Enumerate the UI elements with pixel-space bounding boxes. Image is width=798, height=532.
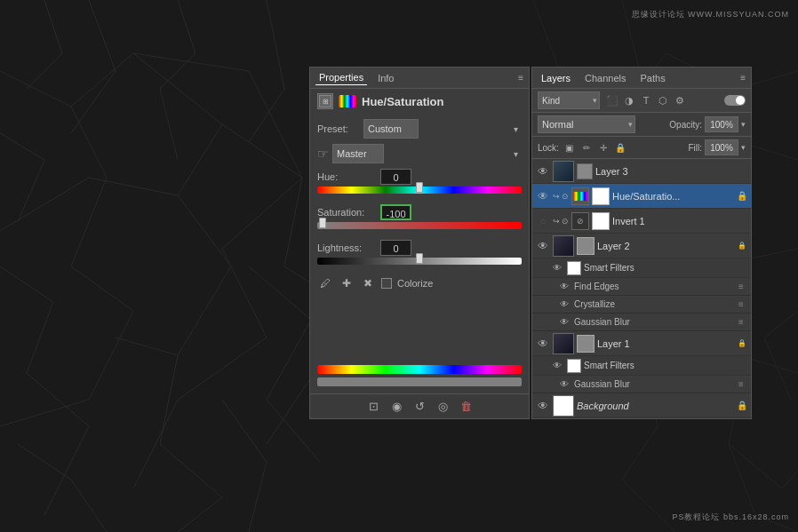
blend-mode-select[interactable]: Normal (538, 115, 635, 133)
find-edges-visibility[interactable]: 👁 (557, 280, 571, 294)
layer-item-invert1[interactable]: ○ ↪ ⊙ ⊘ Invert 1 (532, 209, 751, 234)
lock-transparent-icon[interactable]: ▣ (563, 140, 577, 155)
lock-label: Lock: (538, 143, 559, 153)
layers-panel: Layers Channels Paths ≡ Kind ⬛ ◑ T ⬡ ⚙ (531, 67, 752, 419)
kind-select[interactable]: Kind (538, 91, 600, 109)
lock-image-icon[interactable]: ✏ (579, 140, 594, 155)
saturation-label: Saturation: (317, 207, 375, 218)
eyedropper-btn[interactable]: 🖊 (317, 275, 333, 291)
panel-title-icon-small: ⊞ (317, 93, 333, 109)
remove-sample-btn[interactable]: ✖ (360, 275, 376, 291)
layer1-sf-visibility[interactable]: 👁 (550, 359, 564, 373)
layer-item-layer1[interactable]: 👁 Layer 1 🔒 (532, 331, 751, 356)
background-name: Background (577, 401, 734, 411)
layer2-sf-visibility[interactable]: 👁 (550, 261, 564, 275)
reset-btn[interactable]: ↺ (411, 398, 428, 416)
toggle-visibility-btn[interactable]: ◉ (387, 398, 405, 416)
smart-filter-icon[interactable]: ⚙ (673, 93, 687, 107)
hue-thumb[interactable] (416, 182, 423, 193)
pixel-filter-icon[interactable]: ⬛ (605, 93, 619, 107)
shape-filter-icon[interactable]: ⬡ (656, 93, 670, 107)
layer-item-layer2[interactable]: 👁 Layer 2 🔒 (532, 234, 751, 258)
find-edges-settings[interactable]: ≡ (735, 281, 747, 293)
clip-to-layer-btn[interactable]: ⊡ (364, 398, 382, 416)
preset-select[interactable]: Custom (363, 119, 419, 139)
layer2-crystallize[interactable]: 👁 Crystallize ≡ (532, 296, 751, 314)
layer2-find-edges[interactable]: 👁 Find Edges ≡ (532, 278, 751, 296)
layer2-visibility[interactable]: 👁 (536, 239, 550, 253)
lightness-section: Lightness: 0 (317, 240, 522, 268)
saturation-value[interactable]: -100 (380, 204, 411, 220)
tab-properties[interactable]: Properties (315, 70, 367, 85)
invert1-mask (592, 212, 610, 230)
layer1-smart-filters-header[interactable]: 👁 Smart Filters (532, 356, 751, 376)
crystallize-visibility[interactable]: 👁 (557, 298, 571, 312)
gray-strip (317, 377, 522, 386)
saturation-track (317, 222, 522, 229)
saturation-track-container[interactable] (317, 222, 522, 233)
saturation-thumb[interactable] (319, 218, 326, 228)
layers-list[interactable]: 👁 Layer 3 👁 ↪ ⊙ Hue/Saturatio... 🔒 (532, 159, 751, 418)
layer1-sf-thumb (567, 359, 581, 373)
preset-label: Preset: (317, 123, 360, 134)
hue-value[interactable]: 0 (380, 169, 411, 185)
layer3-mask (577, 163, 593, 179)
colorize-checkbox[interactable] (381, 278, 392, 289)
colorize-label[interactable]: Colorize (397, 278, 433, 289)
background-lock: 🔒 (737, 401, 747, 411)
layer1-gb-name: Gaussian Blur (574, 379, 732, 389)
tab-channels[interactable]: Channels (581, 71, 629, 85)
show-hide-btn[interactable]: ◎ (434, 398, 451, 416)
layer2-gaussian-blur[interactable]: 👁 Gaussian Blur ≡ (532, 314, 751, 331)
crystallize-settings[interactable]: ≡ (735, 298, 747, 311)
layer-item-layer3[interactable]: 👁 Layer 3 (532, 159, 751, 184)
opacity-value[interactable]: 100% (705, 116, 738, 132)
lightness-value[interactable]: 0 (380, 240, 411, 256)
panels-container: Properties Info ≡ ⊞ Hue/Saturation Prese… (309, 67, 752, 419)
opacity-label: Opacity: (669, 120, 702, 130)
background-visibility[interactable]: 👁 (536, 399, 550, 413)
properties-menu-btn[interactable]: ≡ (518, 73, 523, 83)
adjustment-filter-icon[interactable]: ◑ (622, 93, 636, 107)
invert1-name: Invert 1 (612, 216, 747, 226)
lock-icons: ▣ ✏ ✛ 🔒 (563, 140, 627, 155)
invert1-visibility[interactable]: ○ (536, 214, 550, 228)
hue-sat-mask (592, 187, 610, 205)
layer2-smart-filters-header[interactable]: 👁 Smart Filters (532, 258, 751, 278)
lightness-track-container[interactable] (317, 258, 522, 268)
color-strips (310, 365, 529, 393)
layer-item-background[interactable]: 👁 Background 🔒 (532, 393, 751, 418)
lock-position-icon[interactable]: ✛ (596, 140, 610, 155)
lock-all-icon[interactable]: 🔒 (613, 140, 627, 155)
layer2-gb-settings[interactable]: ≡ (735, 316, 747, 329)
channel-select[interactable]: Master (332, 144, 384, 163)
fill-value[interactable]: 100% (705, 139, 738, 155)
opacity-arrow[interactable]: ▾ (741, 120, 746, 129)
delete-btn[interactable]: 🗑 (457, 398, 475, 416)
tab-paths[interactable]: Paths (637, 71, 669, 85)
fill-arrow[interactable]: ▾ (741, 143, 746, 152)
filter-toggle[interactable] (724, 95, 746, 106)
hue-track-container[interactable] (317, 187, 522, 197)
add-sample-btn[interactable]: ✚ (339, 275, 355, 291)
kind-filter-icons: ⬛ ◑ T ⬡ ⚙ (605, 93, 687, 107)
tab-layers[interactable]: Layers (538, 71, 574, 85)
hue-section: Hue: 0 (317, 169, 522, 197)
layer1-gaussian-blur[interactable]: 👁 Gaussian Blur ≡ (532, 376, 751, 393)
type-filter-icon[interactable]: T (639, 93, 653, 107)
layer-item-hue-sat[interactable]: 👁 ↪ ⊙ Hue/Saturatio... 🔒 (532, 184, 751, 209)
layer1-smart-icon: 🔒 (737, 338, 747, 349)
layer3-visibility[interactable]: 👁 (536, 164, 550, 179)
layers-menu-btn[interactable]: ≡ (740, 73, 746, 83)
layer1-visibility[interactable]: 👁 (536, 337, 550, 351)
tab-info[interactable]: Info (374, 71, 397, 85)
rainbow-strip (317, 365, 522, 374)
lightness-label: Lightness: (317, 242, 375, 253)
hue-sat-visibility[interactable]: 👁 (536, 189, 550, 203)
layer1-gb-visibility[interactable]: 👁 (557, 377, 571, 392)
hue-sat-icon (571, 187, 589, 205)
layer2-gb-visibility[interactable]: 👁 (557, 315, 571, 330)
layer1-gb-settings[interactable]: ≡ (735, 378, 747, 391)
lightness-thumb[interactable] (416, 253, 423, 264)
watermark-top: 思缘设计论坛 WWW.MISSYUAN.COM (632, 9, 790, 20)
